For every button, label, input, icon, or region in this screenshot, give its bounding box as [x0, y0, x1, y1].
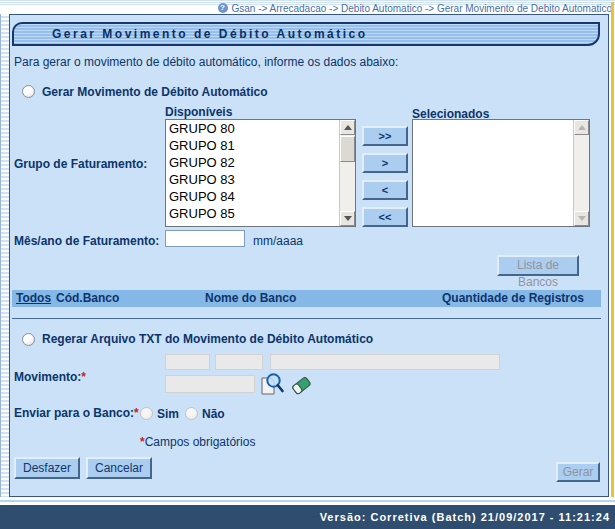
required-asterisk: *: [81, 370, 86, 384]
list-item[interactable]: GRUPO 83: [166, 171, 339, 188]
help-icon[interactable]: ?: [218, 3, 228, 13]
move-left-button[interactable]: <: [362, 180, 408, 200]
radio-regerar-txt[interactable]: [22, 333, 35, 346]
move-right-button[interactable]: >: [362, 153, 408, 173]
page-title: Gerar Movimento de Débito Automático: [12, 22, 600, 46]
list-item[interactable]: GRUPO 81: [166, 137, 339, 154]
grupo-faturamento-label: Grupo de Faturamento:: [14, 157, 147, 171]
disponiveis-scrollbar[interactable]: [339, 120, 355, 226]
banks-table-header: Todos Cód.Banco Nome do Banco Quantidade…: [12, 290, 601, 307]
disponiveis-listbox[interactable]: GRUPO 80GRUPO 81GRUPO 82GRUPO 83GRUPO 84…: [165, 119, 356, 227]
enviar-banco-label: Enviar para o Banco:*: [14, 406, 139, 420]
radio-gerar-movimento-label: Gerar Movimento de Débito Automático: [42, 85, 268, 99]
search-icon[interactable]: [260, 371, 284, 397]
radio-nao-label: Não: [202, 407, 225, 421]
gerar-button[interactable]: Gerar: [556, 462, 600, 482]
scroll-up-icon[interactable]: [340, 120, 355, 135]
intro-text: Para gerar o movimento de débito automát…: [14, 55, 398, 69]
movimento-field-2[interactable]: [215, 354, 263, 370]
movimento-field-4[interactable]: [165, 375, 255, 393]
version-footer: Versão: Corretiva (Batch) 21/09/2017 - 1…: [0, 505, 615, 529]
required-fields-note: *Campos obrigatórios: [140, 435, 255, 449]
selecionados-listbox[interactable]: [412, 119, 590, 227]
list-item[interactable]: GRUPO 82: [166, 154, 339, 171]
mes-ano-input[interactable]: [165, 230, 245, 247]
mes-ano-label: Mês/ano de Faturamento:: [14, 234, 159, 248]
gsan-window: ? Gsan -> Arrecadacao -> Debito Automati…: [0, 0, 615, 529]
footer-divider: [0, 500, 615, 502]
col-cod-banco: Cód.Banco: [56, 291, 119, 305]
section-divider: [12, 318, 601, 319]
list-item[interactable]: GRUPO 85: [166, 205, 339, 222]
movimento-field-3[interactable]: [270, 354, 500, 370]
move-all-right-button[interactable]: >>: [362, 126, 408, 146]
disponiveis-options[interactable]: GRUPO 80GRUPO 81GRUPO 82GRUPO 83GRUPO 84…: [166, 120, 339, 226]
scroll-down-icon[interactable]: [574, 211, 589, 226]
eraser-icon[interactable]: [290, 373, 312, 397]
selecionados-scrollbar[interactable]: [573, 120, 589, 226]
col-quantidade: Quantidade de Registros: [442, 291, 584, 305]
move-all-left-button[interactable]: <<: [362, 207, 408, 227]
radio-gerar-movimento[interactable]: [22, 85, 35, 98]
cancelar-button[interactable]: Cancelar: [86, 457, 152, 479]
lista-bancos-button[interactable]: Lista de Bancos: [497, 255, 579, 276]
left-frame-decor: [0, 14, 10, 497]
radio-sim[interactable]: [140, 407, 153, 420]
right-frame-decor: [611, 2, 614, 497]
breadcrumb[interactable]: ? Gsan -> Arrecadacao -> Debito Automati…: [218, 2, 612, 14]
list-item[interactable]: GRUPO 80: [166, 120, 339, 137]
desfazer-button[interactable]: Desfazer: [14, 457, 80, 479]
radio-nao[interactable]: [185, 407, 198, 420]
movimento-field-1[interactable]: [165, 354, 210, 370]
list-item[interactable]: GRUPO 84: [166, 188, 339, 205]
scrollbar-thumb[interactable]: [340, 136, 355, 162]
disponiveis-label: Disponíveis: [165, 105, 232, 119]
movimento-label: Movimento:*: [14, 370, 86, 384]
breadcrumb-trail[interactable]: Gsan -> Arrecadacao -> Debito Automatico…: [232, 3, 612, 14]
radio-sim-label: Sim: [157, 407, 179, 421]
col-nome-banco: Nome do Banco: [205, 291, 296, 305]
todos-link[interactable]: Todos: [16, 291, 51, 305]
selecionados-options[interactable]: [413, 120, 573, 226]
mes-ano-hint: mm/aaaa: [253, 234, 303, 248]
scroll-down-icon[interactable]: [340, 211, 355, 226]
radio-regerar-txt-label: Regerar Arquivo TXT do Movimento de Débi…: [42, 332, 373, 346]
required-asterisk: *: [134, 406, 139, 420]
main-panel: Gerar Movimento de Débito Automático Par…: [10, 14, 609, 497]
scroll-up-icon[interactable]: [574, 120, 589, 135]
